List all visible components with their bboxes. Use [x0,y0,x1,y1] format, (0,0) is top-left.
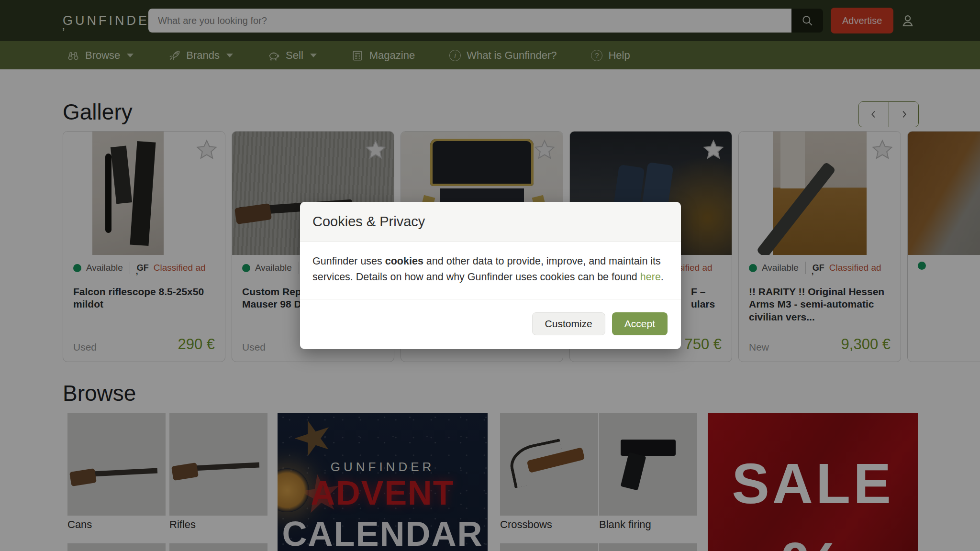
dialog-body-text: Gunfinder uses cookies and other data to… [300,242,681,299]
dialog-title: Cookies & Privacy [312,214,425,230]
body-text: . [661,271,664,283]
dialog-footer: Customize Accept [300,299,681,348]
here-link[interactable]: here [640,271,661,283]
body-text-bold: cookies [385,255,423,267]
dialog-header: Cookies & Privacy [300,202,681,242]
cookies-privacy-dialog: Cookies & Privacy Gunfinder uses cookies… [300,202,681,349]
accept-button[interactable]: Accept [612,312,668,335]
gunfinder-page: GUNFINDER Advertise Browse [0,0,980,551]
body-text: Gunfinder uses [312,255,385,267]
customize-button[interactable]: Customize [532,312,605,335]
